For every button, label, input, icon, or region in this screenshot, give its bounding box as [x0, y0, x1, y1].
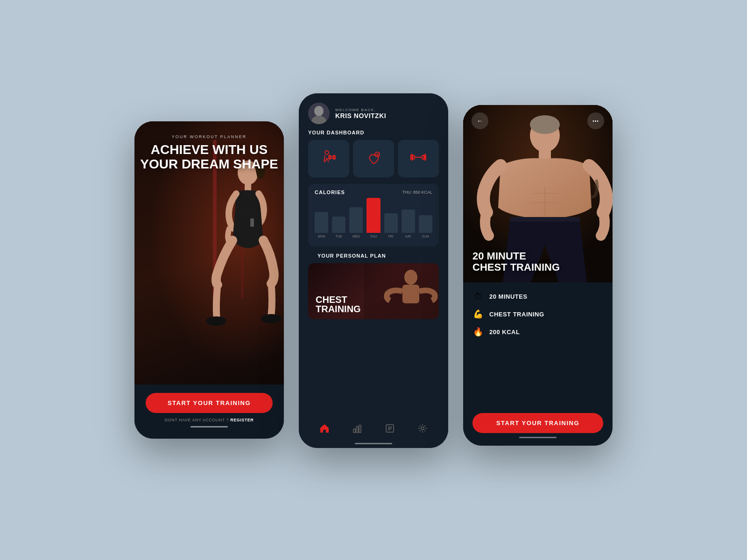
p2-chart: MON TUE WED THU — [315, 201, 432, 238]
stat-row-time: ⏱ 20 MINUTES — [472, 292, 603, 301]
p3-hero-title: 20 MINUTE CHEST TRAINING — [472, 251, 560, 273]
svg-rect-24 — [356, 427, 358, 433]
phone-3: ← ••• 20 MINUTE CHEST TRAINING ⏱ 20 MINU… — [463, 105, 613, 446]
p2-plan-title: YOUR PERSONAL PLAN — [308, 253, 439, 263]
p3-stats: ⏱ 20 MINUTES 💪 CHEST TRAINING 🔥 200 KCAL — [463, 282, 613, 408]
p2-welcome: WELCOME BACK, — [335, 108, 386, 112]
phone-2: WELCOME BACK, KRIS NOVITZKI YOUR DASHBOA… — [299, 93, 448, 448]
bar-tue: TUE — [332, 217, 345, 238]
p1-cta-button[interactable]: START YOUR TRAINING — [146, 393, 273, 413]
heart-muscle-icon — [365, 149, 382, 169]
p2-bottom-nav — [299, 417, 448, 441]
svg-rect-3 — [245, 183, 251, 191]
p2-plan-card[interactable]: CHEST TRAINING — [308, 263, 439, 319]
svg-point-4 — [206, 316, 226, 326]
p1-home-indicator — [190, 426, 228, 427]
p2-calories-title: CALORIES — [315, 189, 345, 195]
p3-more-button[interactable]: ••• — [587, 112, 604, 129]
p1-subtitle: YOUR WORKOUT PLANNER — [134, 134, 284, 139]
nav-stats[interactable] — [352, 423, 362, 436]
p3-back-button[interactable]: ← — [472, 112, 488, 129]
nav-settings[interactable] — [417, 423, 428, 436]
svg-point-21 — [404, 270, 417, 285]
svg-rect-23 — [353, 429, 355, 433]
nav-home[interactable] — [319, 423, 330, 436]
dash-card-1[interactable] — [308, 140, 349, 177]
dumbbell-icon — [410, 149, 427, 169]
stat-type-text: CHEST TRAINING — [489, 311, 544, 318]
svg-point-30 — [421, 427, 424, 430]
svg-rect-22 — [402, 285, 419, 303]
p2-dashboard-title: YOUR DASHBOARD — [299, 130, 448, 140]
bar-sun: SUN — [419, 215, 432, 238]
p3-hero: ← ••• 20 MINUTE CHEST TRAINING — [463, 105, 613, 282]
p1-title: ACHIEVE WITH US YOUR DREAM SHAPE — [134, 143, 284, 172]
svg-rect-6 — [250, 218, 254, 227]
p2-calories-section: CALORIES THU: 850 KCAL MON TUE WED — [308, 184, 439, 246]
workout-icon — [320, 149, 337, 169]
stat-kcal-text: 200 KCAL — [489, 329, 520, 336]
screens-container: YOUR WORKOUT PLANNER ACHIEVE WITH US YOU… — [134, 112, 613, 448]
svg-point-8 — [314, 106, 324, 116]
p3-home-indicator — [519, 437, 557, 438]
p2-plan-card-text: CHEST TRAINING — [308, 289, 368, 319]
svg-rect-25 — [359, 425, 361, 433]
bar-wed: WED — [349, 207, 363, 238]
bar-fri: FRI — [384, 213, 398, 238]
avatar — [308, 103, 330, 124]
timer-icon: ⏱ — [472, 292, 484, 301]
phone-1: YOUR WORKOUT PLANNER ACHIEVE WITH US YOU… — [134, 121, 284, 439]
stat-row-kcal: 🔥 200 KCAL — [472, 327, 603, 337]
svg-point-5 — [261, 314, 282, 323]
nav-list[interactable] — [385, 423, 395, 436]
p2-username: KRIS NOVITZKI — [335, 112, 386, 119]
stat-time-text: 20 MINUTES — [489, 293, 528, 300]
svg-point-10 — [325, 151, 329, 154]
p2-dashboard-cards — [299, 140, 448, 184]
stat-row-type: 💪 CHEST TRAINING — [472, 309, 603, 319]
p2-header: WELCOME BACK, KRIS NOVITZKI — [299, 93, 448, 130]
p2-plan-section: YOUR PERSONAL PLAN — [299, 253, 448, 417]
p2-home-indicator — [355, 443, 392, 444]
p3-bottom: START YOUR TRAINING — [463, 408, 613, 446]
dash-card-3[interactable] — [398, 140, 439, 177]
bar-mon: MON — [315, 212, 328, 238]
p3-cta-button[interactable]: START YOUR TRAINING — [472, 413, 603, 433]
fire-icon: 🔥 — [472, 327, 484, 337]
p1-register-text: DONT HAVE ANY ACCOUNT ? REGISTER — [165, 418, 254, 422]
bar-sat: SAT — [402, 210, 415, 238]
muscle-icon: 💪 — [472, 309, 484, 319]
p2-calories-info: THU: 850 KCAL — [402, 190, 432, 195]
bar-thu: THU — [366, 198, 380, 238]
p3-nav-bar: ← ••• — [463, 112, 613, 129]
dash-card-2[interactable] — [353, 140, 394, 177]
